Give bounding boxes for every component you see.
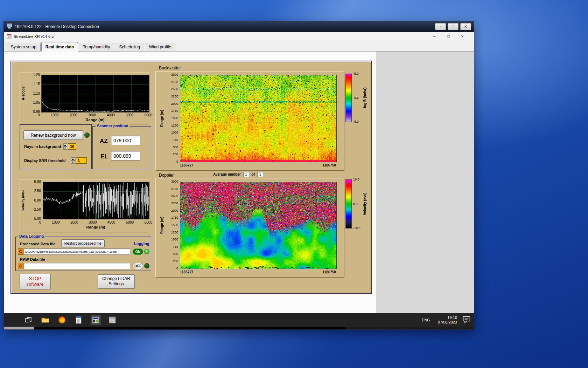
tick-label: 5000 (126, 220, 134, 224)
tab-real-time-data[interactable]: Real time data (41, 42, 78, 52)
language-indicator[interactable]: ENG (420, 316, 432, 323)
ascope-y-ticks: 1.201.151.101.050.99 (27, 73, 40, 114)
tick-label: 250 (173, 260, 178, 263)
tick-label: 4000 (107, 113, 115, 117)
rays-in-background-label: Rays in background (24, 144, 61, 149)
tick-label: 2500 (171, 88, 178, 91)
firefox-icon[interactable] (57, 315, 67, 325)
strip-light-segment (4, 327, 34, 329)
change-lidar-line2: Settings (108, 281, 124, 287)
tick-label: 1000 (51, 113, 58, 117)
app-close-button[interactable]: × (460, 34, 465, 39)
clock-time: 19:10 (438, 315, 457, 320)
el-value-field[interactable]: 000.099 (111, 151, 140, 161)
tick-label: 0.0 (353, 203, 358, 206)
restart-processed-file-button[interactable]: Restart processed file (61, 239, 105, 247)
tick-label: 500 (173, 253, 178, 256)
app-restore-button[interactable]: □ (446, 34, 451, 39)
rays-spinner[interactable] (63, 143, 67, 150)
rdp-close-button[interactable]: × (460, 23, 471, 30)
velocity-plot (43, 182, 149, 219)
desktop: 192.168.0.122 - Remote Desktop Connectio… (0, 0, 588, 368)
strip-black-segment (34, 327, 345, 329)
snr-spinner[interactable] (71, 157, 75, 164)
renew-background-button[interactable]: Renew background now (23, 130, 83, 140)
ascope-plot (41, 75, 149, 113)
tick-label: 6000 (145, 220, 152, 224)
rdp-title-text: 192.168.0.122 - Remote Desktop Connectio… (15, 24, 99, 29)
average-number-field[interactable]: 1 (243, 172, 249, 177)
rdp-minimize-button[interactable]: – (435, 23, 446, 30)
document-app-icon[interactable] (74, 315, 84, 325)
raw-path-field[interactable] (23, 263, 130, 269)
tick-label: 1500 (171, 224, 178, 227)
tick-label: 5000 (126, 113, 133, 117)
raw-drive-box[interactable]: C (18, 263, 23, 269)
front-panel-margin (376, 52, 474, 313)
tick-label: -10.0 (353, 227, 360, 230)
tick-label: 750 (173, 138, 178, 142)
tick-label: -5.00 (33, 217, 41, 220)
raw-data-file-label: RAW Data file (20, 257, 45, 261)
logging-on-toggle[interactable]: ON (133, 248, 143, 255)
scan-scheduler-icon[interactable] (107, 315, 117, 325)
velocity-y-ticks: 5.002.500.00-2.50-5.00 (27, 180, 41, 220)
change-lidar-line1: Change LiDAR (102, 276, 130, 281)
tab-wind-profile[interactable]: Wind profile (145, 43, 175, 51)
tick-label: 10.0 (353, 178, 359, 181)
app-minimize-button[interactable]: – (432, 34, 437, 39)
az-value-field[interactable]: 079.000 (111, 136, 140, 145)
tick-label: 500 (173, 146, 178, 149)
file-explorer-icon[interactable] (40, 315, 50, 325)
doppler-colorbar-label: Velocity (m/s) (362, 179, 367, 229)
processed-drive-box[interactable]: C (18, 248, 23, 255)
backscatter-colorbar (345, 74, 352, 122)
tick-label: 4000 (107, 220, 115, 224)
backscatter-colorbar-label: log B (/m/sr) (362, 74, 367, 122)
tick-label: 1.05 (33, 101, 40, 104)
snr-value-field[interactable]: 1 (76, 157, 87, 164)
ascope-x-ticks: 0100020003000400050006000 (38, 113, 152, 117)
logging-off-toggle[interactable]: OFF (133, 263, 143, 269)
average-number-label: Average number (213, 172, 241, 176)
rdp-titlebar[interactable]: 192.168.0.122 - Remote Desktop Connectio… (4, 21, 474, 32)
doppler-x-range: 1185727 1186750 (180, 270, 336, 274)
tick-label: 0 (38, 113, 40, 117)
average-total-field[interactable]: 1 (257, 172, 263, 177)
scanner-position-title: Scanner position (96, 124, 130, 128)
app-titlebar[interactable]: StreamLine XR v14-6.vi – □ × (4, 32, 474, 41)
tick-label: 250 (173, 153, 178, 156)
ascope-y-axis-label: A-scope (21, 75, 26, 112)
task-view-icon[interactable] (23, 315, 33, 325)
streamline-app-icon[interactable] (91, 315, 100, 325)
rdp-maximize-button[interactable]: □ (448, 23, 458, 30)
rays-value-field[interactable]: 10 (68, 143, 76, 150)
app-title-text: StreamLine XR v14-6.vi (14, 34, 54, 39)
velocity-x-axis-label: Range (m) (43, 225, 149, 229)
app-window-controls: – □ × (432, 34, 471, 39)
bottom-strip (4, 327, 474, 329)
data-logging-title: Data Logging (18, 234, 45, 238)
clock[interactable]: 19:10 07/08/2023 (438, 315, 457, 325)
change-lidar-settings-button[interactable]: Change LiDAR Settings (98, 274, 135, 288)
stop-software-button[interactable]: STOP software (20, 274, 50, 289)
backscatter-y-ticks: 3000275025002250200017501500125010007505… (166, 73, 178, 163)
doppler-y-axis-label: Range (m) (159, 182, 164, 268)
tab-scheduling[interactable]: Scheduling (115, 43, 144, 51)
action-center-icon[interactable] (463, 316, 470, 324)
tab-system-setup[interactable]: System setup (7, 43, 41, 51)
stop-software-line2: software (26, 281, 43, 287)
tick-label: 3000 (171, 180, 178, 183)
tick-label: -8.0 (353, 120, 359, 123)
backscatter-heatmap (180, 75, 337, 162)
logging-label: Logging (134, 241, 149, 246)
tick-label: 2000 (69, 113, 77, 117)
clock-date: 07/08/2023 (438, 320, 457, 325)
backscatter-x-range: 1185727 1186750 (180, 163, 336, 167)
processed-path-field[interactable]: C:\LiDAR\Data\Proc\2023\202308\20230807\… (23, 248, 130, 255)
tick-label: 1250 (171, 231, 178, 234)
tick-label: 750 (173, 245, 178, 248)
tick-label: 6000 (145, 113, 152, 117)
vi-icon (7, 34, 12, 39)
tab-temp-humidity[interactable]: Temp/humidity (79, 43, 114, 51)
